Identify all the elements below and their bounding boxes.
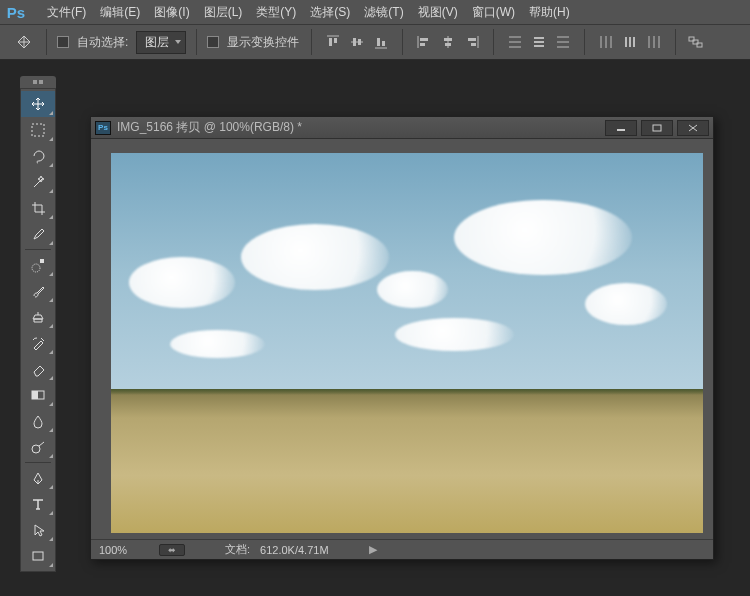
svg-rect-7	[377, 38, 380, 46]
brush-tool[interactable]	[21, 278, 55, 304]
magic-wand-tool[interactable]	[21, 169, 55, 195]
svg-point-40	[32, 264, 40, 272]
svg-rect-5	[358, 39, 361, 45]
gradient-tool[interactable]	[21, 382, 55, 408]
menu-filter[interactable]: 滤镜(T)	[357, 0, 410, 24]
tools-panel-tab[interactable]	[20, 76, 56, 88]
options-bar: 自动选择: 图层 显示变换控件	[0, 24, 750, 60]
app-logo: Ps	[4, 3, 28, 21]
menu-window[interactable]: 窗口(W)	[465, 0, 522, 24]
dist-top-button[interactable]	[504, 31, 526, 53]
lasso-tool[interactable]	[21, 143, 55, 169]
svg-rect-21	[534, 37, 544, 39]
show-transform-label: 显示变换控件	[225, 34, 301, 51]
svg-rect-47	[653, 125, 661, 131]
crop-tool[interactable]	[21, 195, 55, 221]
tool-separator	[25, 462, 51, 463]
distribute-group-1	[504, 31, 574, 53]
eraser-tool[interactable]	[21, 356, 55, 382]
menu-image[interactable]: 图像(I)	[147, 0, 196, 24]
svg-rect-22	[534, 41, 544, 43]
svg-rect-4	[353, 38, 356, 46]
divider	[402, 29, 403, 55]
show-transform-checkbox[interactable]	[207, 36, 219, 48]
document-statusbar: 100% ⬌ 文档: 612.0K/4.71M ▶	[91, 539, 713, 559]
dist-hcenter-button[interactable]	[619, 31, 641, 53]
divider	[311, 29, 312, 55]
divider	[46, 29, 47, 55]
ps-doc-icon: Ps	[95, 121, 111, 135]
close-button[interactable]	[677, 120, 709, 136]
menu-view[interactable]: 视图(V)	[411, 0, 465, 24]
auto-align-button[interactable]	[686, 31, 708, 53]
menu-help[interactable]: 帮助(H)	[522, 0, 577, 24]
move-tool[interactable]	[21, 91, 55, 117]
align-right-button[interactable]	[461, 31, 483, 53]
auto-select-label: 自动选择:	[75, 34, 130, 51]
svg-rect-45	[33, 552, 43, 560]
svg-rect-32	[633, 37, 635, 47]
image-sky	[111, 153, 703, 389]
menu-select[interactable]: 选择(S)	[303, 0, 357, 24]
svg-rect-31	[629, 37, 631, 47]
divider	[196, 29, 197, 55]
spot-healing-tool[interactable]	[21, 252, 55, 278]
move-tool-icon	[12, 32, 36, 52]
rectangle-tool[interactable]	[21, 543, 55, 569]
svg-rect-14	[445, 43, 451, 46]
align-hcenter-button[interactable]	[437, 31, 459, 53]
svg-rect-1	[329, 38, 332, 46]
align-group-1	[322, 31, 392, 53]
eyedropper-tool[interactable]	[21, 221, 55, 247]
status-menu-arrow[interactable]: ▶	[369, 543, 377, 556]
svg-rect-13	[444, 38, 452, 41]
canvas-image	[111, 153, 703, 533]
divider	[493, 29, 494, 55]
align-top-button[interactable]	[322, 31, 344, 53]
dist-right-button[interactable]	[643, 31, 665, 53]
layer-group-select[interactable]: 图层	[136, 31, 186, 54]
menubar: Ps 文件(F) 编辑(E) 图像(I) 图层(L) 类型(Y) 选择(S) 滤…	[0, 0, 750, 24]
divider	[675, 29, 676, 55]
svg-rect-41	[40, 259, 44, 263]
svg-rect-10	[420, 38, 428, 41]
auto-select-checkbox[interactable]	[57, 36, 69, 48]
menu-layer[interactable]: 图层(L)	[197, 0, 250, 24]
clone-stamp-tool[interactable]	[21, 304, 55, 330]
dist-vcenter-button[interactable]	[528, 31, 550, 53]
svg-point-44	[32, 445, 40, 453]
document-titlebar[interactable]: Ps IMG_5166 拷贝 @ 100%(RGB/8) *	[91, 117, 713, 139]
image-ground	[111, 389, 703, 533]
svg-rect-23	[534, 45, 544, 47]
type-tool[interactable]	[21, 491, 55, 517]
pen-tool[interactable]	[21, 465, 55, 491]
menu-edit[interactable]: 编辑(E)	[93, 0, 147, 24]
align-left-button[interactable]	[413, 31, 435, 53]
dist-left-button[interactable]	[595, 31, 617, 53]
dist-bottom-button[interactable]	[552, 31, 574, 53]
svg-rect-17	[471, 43, 476, 46]
svg-rect-43	[32, 391, 38, 399]
tool-separator	[25, 249, 51, 250]
menu-file[interactable]: 文件(F)	[40, 0, 93, 24]
path-selection-tool[interactable]	[21, 517, 55, 543]
history-brush-tool[interactable]	[21, 330, 55, 356]
status-link-icon[interactable]: ⬌	[159, 544, 185, 556]
align-bottom-button[interactable]	[370, 31, 392, 53]
distribute-group-2	[595, 31, 665, 53]
minimize-button[interactable]	[605, 120, 637, 136]
dodge-tool[interactable]	[21, 434, 55, 460]
zoom-value[interactable]: 100%	[99, 544, 149, 556]
divider	[584, 29, 585, 55]
menu-type[interactable]: 类型(Y)	[249, 0, 303, 24]
svg-rect-11	[420, 43, 425, 46]
maximize-button[interactable]	[641, 120, 673, 136]
align-vcenter-button[interactable]	[346, 31, 368, 53]
svg-rect-8	[382, 41, 385, 46]
marquee-tool[interactable]	[21, 117, 55, 143]
svg-rect-39	[32, 124, 44, 136]
svg-rect-30	[625, 37, 627, 47]
document-canvas[interactable]	[111, 153, 703, 533]
blur-tool[interactable]	[21, 408, 55, 434]
align-group-2	[413, 31, 483, 53]
